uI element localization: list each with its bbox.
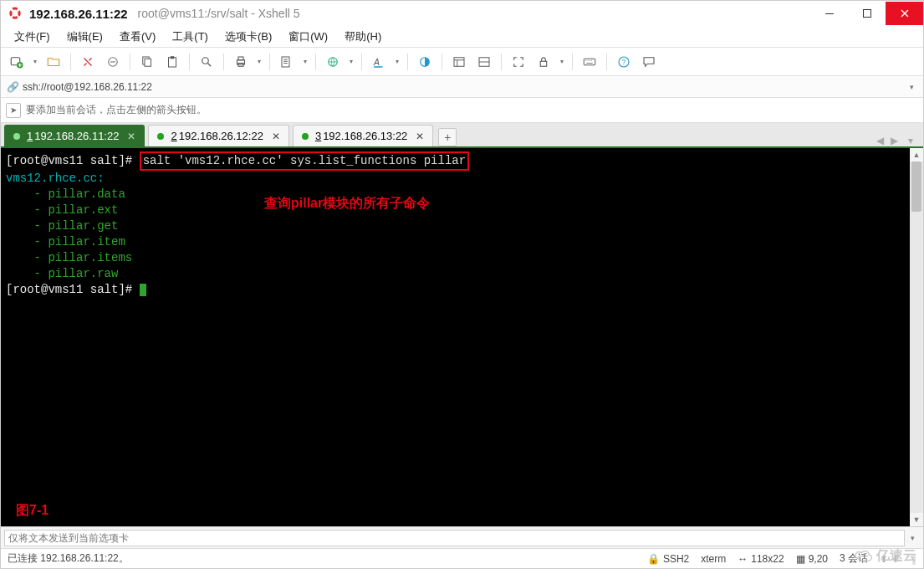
tab-close-icon[interactable]: ✕ xyxy=(416,131,424,142)
menu-tools[interactable]: 工具(T) xyxy=(166,28,215,46)
terminal-prompt: [root@vms11 salt]# xyxy=(6,283,140,296)
tab-close-icon[interactable]: ✕ xyxy=(272,131,280,142)
properties-button[interactable] xyxy=(276,51,298,73)
print-dd[interactable]: ▾ xyxy=(255,58,263,65)
feedback-button[interactable] xyxy=(638,51,660,73)
xshell-window: 192.168.26.11:22 root@vms11:/srv/salt - … xyxy=(0,0,924,569)
language-dd[interactable]: ▾ xyxy=(347,58,355,65)
hint-bar: ➤ 要添加当前会话，点击左侧的箭头按钮。 xyxy=(1,98,923,123)
address-bar: 🔗 ssh://root@192.168.26.11:22 ▾ xyxy=(1,76,923,98)
resize-icon: ↔ xyxy=(738,553,748,565)
svg-text:A: A xyxy=(373,56,380,66)
menu-view[interactable]: 查看(V) xyxy=(113,28,162,46)
svg-rect-17 xyxy=(454,57,464,66)
titlebar: 192.168.26.11:22 root@vms11:/srv/salt - … xyxy=(1,1,923,26)
terminal-item: - pillar.ext xyxy=(6,203,118,217)
status-nav[interactable]: ⬆⬇ xyxy=(880,553,900,565)
scroll-track[interactable] xyxy=(910,161,923,513)
terminal-item: - pillar.raw xyxy=(6,267,118,280)
terminal-item: - pillar.data xyxy=(6,187,125,201)
compose-input[interactable] xyxy=(4,530,905,546)
scroll-down-button[interactable]: ▼ xyxy=(910,513,923,526)
hint-text: 要添加当前会话，点击左侧的箭头按钮。 xyxy=(26,103,207,117)
help-button[interactable]: ? xyxy=(613,51,635,73)
disconnect-button[interactable] xyxy=(102,51,124,73)
tab-label: 192.168.26.13:22 xyxy=(323,130,407,142)
terminal[interactable]: [root@vms11 salt]# salt 'vms12.rhce.cc' … xyxy=(1,148,910,526)
terminal-item: - pillar.get xyxy=(6,219,118,233)
status-proto: 🔒SSH2 xyxy=(647,553,689,565)
svg-rect-6 xyxy=(145,59,151,66)
tunneling-button[interactable] xyxy=(473,51,495,73)
highlighted-command: salt 'vms12.rhce.cc' sys.list_functions … xyxy=(140,151,469,171)
tab-number: 2 xyxy=(171,130,176,142)
scroll-thumb[interactable] xyxy=(911,161,921,212)
minimize-button[interactable] xyxy=(810,2,848,25)
open-button[interactable] xyxy=(43,51,64,73)
svg-rect-8 xyxy=(171,56,175,59)
menu-help[interactable]: 帮助(H) xyxy=(338,28,388,46)
terminal-item: - pillar.items xyxy=(6,251,132,264)
fullscreen-button[interactable] xyxy=(508,51,529,73)
annotation-text: 查询pillar模块的所有子命令 xyxy=(264,195,430,211)
paste-button[interactable] xyxy=(161,51,183,73)
menu-edit[interactable]: 编辑(E) xyxy=(60,28,110,46)
session-tab-3[interactable]: 3 192.168.26.13:22 ✕ xyxy=(293,125,433,146)
tab-number: 3 xyxy=(315,130,321,142)
svg-rect-11 xyxy=(238,57,243,60)
maximize-button[interactable] xyxy=(848,2,886,25)
title-host: 192.168.26.11:22 xyxy=(29,7,128,21)
status-dot-icon xyxy=(157,133,164,140)
figure-label: 图7-1 xyxy=(16,502,48,518)
tab-number: 1 xyxy=(27,130,33,142)
lock-dd[interactable]: ▾ xyxy=(558,58,566,65)
menu-tab[interactable]: 选项卡(B) xyxy=(218,28,278,46)
properties-dd[interactable]: ▾ xyxy=(301,58,309,65)
sessions-panel-button[interactable] xyxy=(448,51,470,73)
scroll-up-button[interactable]: ▲ xyxy=(910,148,923,161)
find-button[interactable] xyxy=(196,51,217,73)
status-size: ↔118x22 xyxy=(738,553,784,565)
add-tab-button[interactable]: + xyxy=(438,128,457,146)
keymap-button[interactable] xyxy=(579,51,600,73)
font-button[interactable]: A xyxy=(368,51,390,73)
svg-text:?: ? xyxy=(622,59,626,66)
terminal-scrollbar[interactable]: ▲ ▼ xyxy=(910,148,923,526)
print-button[interactable] xyxy=(230,51,252,73)
svg-rect-1 xyxy=(863,10,870,18)
font-dd[interactable]: ▾ xyxy=(393,58,401,65)
status-dot-icon xyxy=(13,133,20,140)
tab-close-icon[interactable]: ✕ xyxy=(127,131,135,142)
close-button[interactable] xyxy=(886,2,923,25)
menu-window[interactable]: 窗口(W) xyxy=(282,28,334,46)
add-session-arrow-button[interactable]: ➤ xyxy=(6,103,21,118)
grid-icon: ▦ xyxy=(796,553,805,565)
compose-dropdown[interactable]: ▾ xyxy=(905,534,920,542)
title-path: root@vms11:/srv/salt - Xshell 5 xyxy=(138,7,300,20)
terminal-minion: vms12.rhce.cc: xyxy=(6,172,105,185)
menu-file[interactable]: 文件(F) xyxy=(8,28,57,46)
svg-rect-20 xyxy=(584,59,595,65)
terminal-item: - pillar.item xyxy=(6,235,125,249)
terminal-area: [root@vms11 salt]# salt 'vms12.rhce.cc' … xyxy=(1,148,923,526)
lock-button[interactable] xyxy=(533,51,554,73)
new-session-dd[interactable]: ▾ xyxy=(31,58,39,65)
tab-nav-arrows[interactable]: ◀▶▾ xyxy=(870,135,920,146)
address-value[interactable]: ssh://root@192.168.26.11:22 xyxy=(19,81,905,93)
session-tab-2[interactable]: 2 192.168.26.12:22 ✕ xyxy=(148,125,288,146)
language-button[interactable] xyxy=(322,51,344,73)
status-bar: 已连接 192.168.26.11:22。 🔒SSH2 xterm ↔118x2… xyxy=(1,548,923,568)
status-cursor: ▦9,20 xyxy=(796,553,828,565)
color-scheme-button[interactable] xyxy=(414,51,436,73)
session-tab-1[interactable]: 1 192.168.26.11:22 ✕ xyxy=(4,125,145,146)
status-connected: 已连接 192.168.26.11:22。 xyxy=(8,551,129,566)
address-dropdown[interactable]: ▾ xyxy=(905,83,918,91)
new-session-button[interactable] xyxy=(6,51,28,73)
reconnect-button[interactable] xyxy=(77,51,99,73)
menu-bar: 文件(F) 编辑(E) 查看(V) 工具(T) 选项卡(B) 窗口(W) 帮助(… xyxy=(1,26,923,48)
svg-point-9 xyxy=(202,57,209,64)
svg-rect-13 xyxy=(282,57,289,67)
tab-label: 192.168.26.11:22 xyxy=(34,130,119,142)
copy-button[interactable] xyxy=(136,51,158,73)
status-term: xterm xyxy=(701,553,726,565)
